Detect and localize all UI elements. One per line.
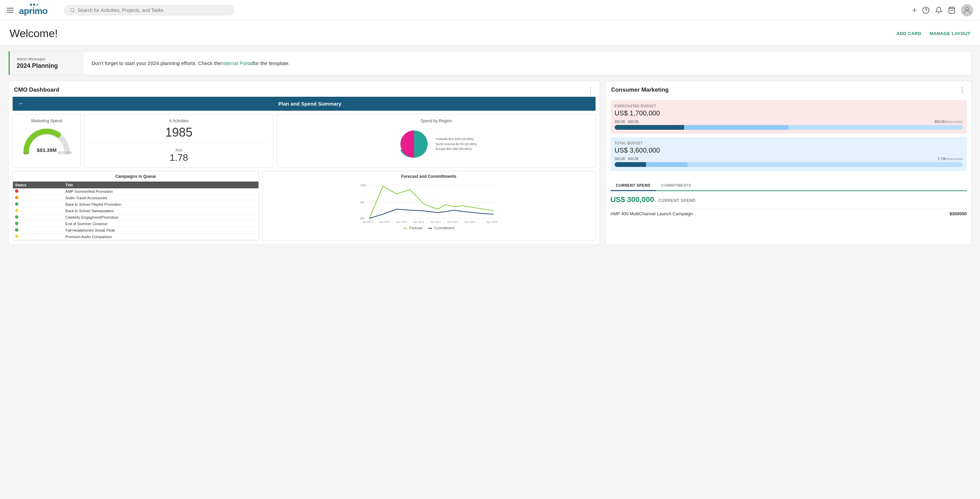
forecasted-budget-label: FORECASTED BUDGET [615,104,963,108]
table-row: AMP Summerfest Promotion [13,188,258,195]
svg-text:10M: 10M [360,183,366,187]
consumer-card-menu[interactable]: ⋮ [959,86,966,94]
admin-portal-link[interactable]: Internal Portal [221,60,253,66]
current-spend-amount: US$ 300,000 [611,195,654,204]
search-icon [70,8,75,13]
main-content: CMO Dashboard ⋮ ← Plan and Spend Summary… [0,81,980,253]
status-cell [13,195,63,201]
spend-tabs: CURRENT SPEND COMMITMENTS [611,180,967,191]
gauge-min: $0M [23,151,29,154]
title-cell: Celebrity Engagment/Promotion [63,214,258,221]
admin-message-after: for the template. [253,60,290,66]
admin-banner-title: 2024 Planning [17,62,76,70]
total-budget-label: TOTAL BUDGET [615,141,963,145]
svg-text:0M: 0M [360,217,364,220]
search-input[interactable] [78,8,229,13]
title-cell: Audio Travel Accessories [63,195,258,201]
welcome-actions: ADD CARD MANAGE LAYOUT [897,31,970,36]
title-cell: AMP Summerfest Promotion [63,188,258,195]
status-dot [15,190,18,193]
forecast-legend: Forecast Committment [265,226,592,230]
pie-legend-europe: Europe $50.09M (60.06%) [436,147,477,151]
forecasted-v2: 600.0K [628,120,639,124]
status-dot [15,196,18,199]
tab-current-spend[interactable]: CURRENT SPEND [611,180,656,191]
table-row: Back to School Sweepstakes [13,208,258,214]
total-bar-fill1 [615,162,646,167]
forecasted-remaining: 800.0KREMAINING [934,120,963,124]
svg-point-0 [70,8,74,11]
user-avatar[interactable] [961,4,973,16]
plan-spend-header: ← Plan and Spend Summary [13,97,595,111]
forecast-chart-box: Forecast and Committments 10M 5M 0M [262,171,595,241]
budget-section: FORECASTED BUDGET US$ 1,700,000 300.0K 6… [606,97,972,178]
status-dot [15,235,18,238]
current-spend-section: US$ 300,000 CURRENT SPEND [606,191,972,208]
logo-text: aprimo [19,6,48,16]
welcome-bar: Welcome! ADD CARD MANAGE LAYOUT [0,21,980,46]
admin-banner-label: Admin Messages [17,57,76,61]
title-cell: Fall Headphones Sneak Peak [63,227,258,234]
status-cell [13,234,63,240]
plan-spend-back-button[interactable]: ← [18,100,24,107]
table-row: End of Summer Closeout [13,221,258,227]
add-card-button[interactable]: ADD CARD [897,31,921,36]
status-cell [13,208,63,214]
gauge-value: $83.39M [37,147,57,153]
svg-text:Apr 2022: Apr 2022 [486,220,498,223]
campaigns-title: Campaigns in Queue [13,171,258,182]
total-v1: 300.0K [615,157,625,161]
pie-legend-australia: Australia $16.31M (19.55%) [436,137,477,141]
total-remaining: 2.7MREMAINING [938,157,963,161]
forecasted-bar-labels: 300.0K 600.0K 800.0KREMAINING [615,120,963,124]
campaigns-table: Status Title AMP Summerfest Promotion Au… [13,182,258,240]
forecast-legend-commitment: Committment [428,226,454,230]
forecast-chart: 10M 5M 0M Jul 2020 Oct 2020 [265,180,592,225]
plan-spend-title: Plan and Spend Summary [30,101,590,107]
spend-item-amount: $300000 [949,211,967,216]
menu-icon[interactable] [7,8,14,13]
total-bar [615,162,963,167]
svg-text:Oct 2021: Oct 2021 [447,220,458,223]
cmo-dashboard-card: CMO Dashboard ⋮ ← Plan and Spend Summary… [8,81,600,245]
forecasted-bar [615,125,963,130]
spend-by-region-box: Spend by Region [277,114,595,167]
cmo-card-header: CMO Dashboard ⋮ [8,81,600,97]
cmo-card-menu[interactable]: ⋮ [587,86,594,94]
cmo-bottom-row: Campaigns in Queue Status Title AMP Summ… [13,171,595,241]
manage-layout-button[interactable]: MANAGE LAYOUT [930,31,970,36]
pie-chart-area: Australia $16.31M (19.55%) North America… [395,125,477,163]
consumer-marketing-card: Consumer Marketing ⋮ FORECASTED BUDGET U… [605,81,972,245]
admin-banner-message: Don't forget to start your 2024 planning… [83,51,298,75]
status-dot [15,209,18,212]
cart-icon[interactable] [948,6,956,14]
roi-label: ROI [175,148,182,152]
pie-legend: Australia $16.31M (19.55%) North America… [436,137,477,151]
search-bar[interactable] [64,5,234,15]
status-cell [13,188,63,195]
notifications-icon[interactable] [935,6,943,14]
status-cell [13,201,63,208]
help-icon[interactable] [922,6,930,14]
forecasted-bar-fill1 [615,125,684,130]
total-budget-amount: US$ 3,600,000 [615,147,963,154]
status-dot [15,222,18,225]
forecasted-v1: 300.0K [615,120,625,124]
spend-item-name: AMP 400 MultiChannel Launch Campaign [611,211,693,216]
logo: aprimo [19,4,48,16]
title-cell: End of Summer Closeout [63,221,258,227]
col-status: Status [13,182,63,188]
total-bar-fill2 [646,162,688,167]
status-cell [13,214,63,221]
total-budget-block: TOTAL BUDGET US$ 3,600,000 300.0K 600.0K… [611,137,967,171]
consumer-card-header: Consumer Marketing ⋮ [606,81,972,97]
tab-commitments[interactable]: COMMITMENTS [656,180,697,190]
add-icon[interactable]: + [912,6,917,14]
cmo-inner: ← Plan and Spend Summary Marketing Spend [8,97,600,245]
svg-text:Jan 2021: Jan 2021 [396,220,407,223]
svg-text:Jan 2022: Jan 2022 [464,220,476,223]
roi-value: 1.78 [170,152,188,163]
table-row: Celebrity Engagment/Promotion [13,214,258,221]
status-cell [13,221,63,227]
cmo-card-title: CMO Dashboard [14,86,59,93]
